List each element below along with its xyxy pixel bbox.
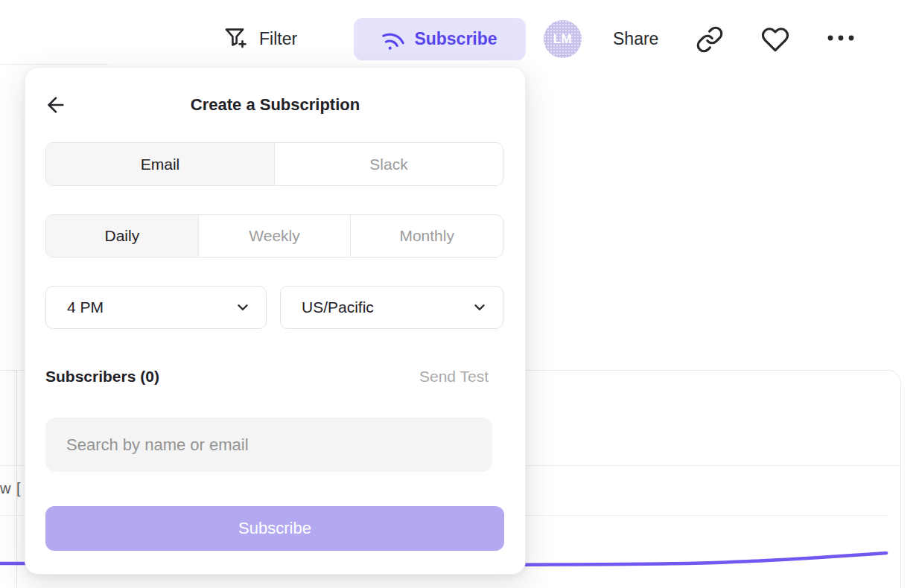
subscriber-search-input[interactable] <box>45 418 492 472</box>
frequency-tabs: Daily Weekly Monthly <box>45 214 503 258</box>
copy-link-button[interactable] <box>696 25 724 54</box>
send-test-button[interactable]: Send Test <box>419 368 489 386</box>
subscribe-label: Subscribe <box>414 29 497 49</box>
time-select[interactable]: 4 PM <box>45 286 267 329</box>
subscribers-count-label: Subscribers (0) <box>45 368 159 386</box>
tab-daily[interactable]: Daily <box>46 215 199 257</box>
subscribe-submit-button[interactable]: Subscribe <box>45 506 504 551</box>
arrow-left-icon <box>44 93 68 117</box>
favorite-button[interactable] <box>761 25 789 54</box>
filter-icon <box>223 26 249 51</box>
subscribers-row: Subscribers (0) Send Test <box>45 368 489 386</box>
more-options-button[interactable] <box>827 34 855 42</box>
channel-tabs: Email Slack <box>45 142 503 186</box>
back-button[interactable] <box>44 93 69 117</box>
tab-slack[interactable]: Slack <box>275 143 503 185</box>
subscribe-toolbar-button[interactable]: Subscribe <box>354 18 526 60</box>
heart-icon <box>761 25 789 54</box>
chevron-down-icon <box>471 299 488 316</box>
modal-title: Create a Subscription <box>191 95 360 115</box>
rss-icon <box>378 25 408 54</box>
link-icon <box>696 25 724 54</box>
tab-email[interactable]: Email <box>46 143 275 185</box>
chevron-down-icon <box>235 299 251 316</box>
timezone-select[interactable]: US/Pacific <box>280 286 503 329</box>
ellipsis-icon <box>827 34 855 42</box>
filter-label: Filter <box>259 29 297 49</box>
create-subscription-modal: Create a Subscription Email Slack Daily … <box>25 67 526 575</box>
modal-header: Create a Subscription <box>25 92 525 118</box>
avatar[interactable]: LM <box>544 20 582 58</box>
occluded-text-fragment: w [ <box>0 480 22 497</box>
tab-monthly[interactable]: Monthly <box>351 215 503 257</box>
share-label: Share <box>613 29 658 49</box>
filter-button[interactable]: Filter <box>223 22 297 55</box>
time-select-value: 4 PM <box>67 298 104 316</box>
timezone-select-value: US/Pacific <box>302 298 374 316</box>
tab-weekly[interactable]: Weekly <box>199 215 352 257</box>
share-button[interactable]: Share <box>613 27 658 51</box>
